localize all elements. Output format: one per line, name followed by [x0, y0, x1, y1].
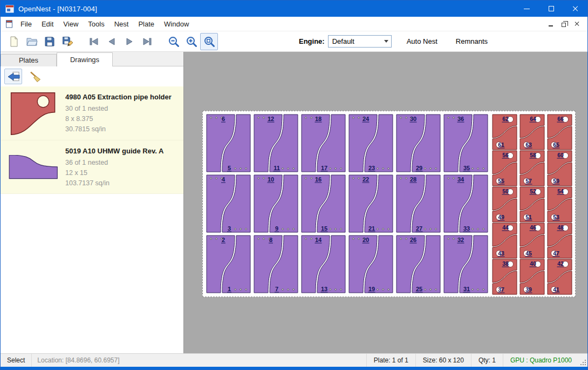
- part-number-label: 16: [315, 176, 322, 183]
- nest-cell: 6261: [493, 115, 517, 150]
- drill-hole: [358, 178, 360, 179]
- status-mode: Select: [1, 354, 32, 367]
- zoom-out-button[interactable]: [165, 33, 182, 50]
- drill-hole: [305, 117, 307, 119]
- drill-hole: [240, 289, 242, 291]
- mdi-minimize-button[interactable]: [544, 17, 557, 31]
- mdi-close-button[interactable]: [570, 17, 583, 31]
- window-bottom-edge: [1, 367, 587, 369]
- part-number-label: 17: [321, 165, 327, 171]
- part-number-label: 32: [457, 237, 464, 243]
- part-number-label: 11: [274, 165, 280, 171]
- drill-hole: [425, 228, 426, 230]
- part-number-label: 60: [557, 152, 564, 158]
- part-number-label: 19: [368, 286, 375, 292]
- nest-cell: 5655: [493, 151, 517, 186]
- status-bar: Select Location: [84.8696, 60.6957] Plat…: [1, 353, 587, 367]
- drill-hole: [382, 168, 384, 170]
- tab-drawings[interactable]: Drawings: [57, 52, 113, 66]
- import-arrow-icon: [6, 71, 20, 83]
- save-icon: [44, 36, 56, 48]
- drill-hole: [335, 168, 337, 170]
- previous-button[interactable]: [102, 33, 120, 50]
- auto-nest-button[interactable]: Auto Nest: [404, 35, 441, 48]
- part-number-label: 42: [557, 260, 564, 267]
- drill-hole: [282, 168, 284, 170]
- maximize-icon: [549, 6, 554, 11]
- drill-hole: [353, 117, 354, 119]
- drill-hole: [453, 117, 455, 119]
- new-button[interactable]: [5, 33, 23, 50]
- open-folder-icon: [26, 36, 38, 48]
- close-icon: [572, 5, 579, 12]
- status-plate: Plate: 1 of 1: [366, 354, 415, 367]
- menu-item-nest[interactable]: Nest: [110, 17, 134, 31]
- mdi-restore-button[interactable]: [557, 17, 570, 31]
- save-as-button[interactable]: [58, 33, 76, 50]
- nest-cell: 4039: [520, 259, 544, 294]
- menu-item-edit[interactable]: Edit: [37, 17, 58, 31]
- drawing-name: 4980 A05 Extraction pipe holder: [65, 93, 172, 101]
- drawing-item[interactable]: 5019 A10 UHMW guide Rev. A 36 of 1 neste…: [1, 140, 183, 194]
- menu-item-file[interactable]: File: [16, 17, 37, 31]
- menu-item-window[interactable]: Window: [159, 17, 194, 31]
- zoom-fit-button[interactable]: [200, 33, 218, 50]
- drill-hole: [330, 228, 331, 230]
- tab-plates[interactable]: Plates: [1, 54, 57, 66]
- drill-hole: [210, 117, 212, 119]
- zoom-in-button[interactable]: [182, 33, 200, 50]
- drill-hole: [435, 289, 437, 291]
- part-number-label: 66: [557, 116, 564, 122]
- save-button[interactable]: [40, 33, 58, 50]
- part-shape-purple: [7, 155, 59, 180]
- drill-hole: [305, 238, 307, 240]
- part-number-label: 9: [275, 225, 278, 232]
- part-number-label: 51: [525, 214, 532, 220]
- drill-hole: [406, 238, 407, 240]
- menu-item-tools[interactable]: Tools: [83, 17, 109, 31]
- drill-hole: [377, 289, 379, 291]
- status-gpu: GPU : Quadro P1000: [503, 354, 579, 367]
- engine-select[interactable]: Default: [328, 35, 392, 48]
- part-number-label: 2: [222, 237, 225, 243]
- part-number-label: 8: [269, 237, 272, 243]
- status-right: Plate: 1 of 1 Size: 60 x 120 Qty: 1 GPU …: [366, 354, 587, 367]
- nest-cell: 2625: [396, 236, 440, 293]
- nest-canvas[interactable]: 6512111817242330293635431091615222128273…: [184, 52, 587, 353]
- menu-item-plate[interactable]: Plate: [133, 17, 159, 31]
- close-button[interactable]: [563, 1, 587, 17]
- drill-hole: [245, 228, 247, 230]
- import-button[interactable]: [4, 69, 22, 84]
- document-icon[interactable]: [5, 20, 13, 28]
- part-number-label: 27: [416, 225, 422, 232]
- first-button[interactable]: [85, 33, 102, 50]
- drill-hole: [453, 238, 455, 240]
- part-shape-red: [9, 92, 57, 135]
- part-number-label: 29: [416, 165, 422, 171]
- menu-item-view[interactable]: View: [58, 17, 83, 31]
- next-button[interactable]: [120, 33, 138, 50]
- drill-hole: [448, 238, 449, 240]
- last-page-icon: [141, 36, 153, 48]
- part-number-label: 59: [553, 178, 559, 184]
- drill-hole: [258, 117, 259, 119]
- drill-hole: [377, 228, 379, 230]
- drill-hole: [400, 238, 402, 240]
- maximize-button[interactable]: [539, 1, 563, 17]
- last-button[interactable]: [138, 33, 156, 50]
- part-number-label: 61: [498, 142, 504, 148]
- clean-button[interactable]: [26, 69, 44, 84]
- remnants-button[interactable]: Remnants: [453, 35, 491, 48]
- part-number-label: 30: [410, 116, 416, 122]
- part-number-label: 6: [222, 116, 225, 122]
- drill-hole: [245, 289, 247, 291]
- part-number-label: 5: [228, 165, 231, 171]
- drawing-item[interactable]: 4980 A05 Extraction pipe holder 30 of 1 …: [1, 86, 183, 140]
- nest-cell: 2827: [396, 175, 440, 232]
- nest-cell: 109: [254, 175, 298, 232]
- resize-grip[interactable]: [579, 354, 587, 367]
- drill-hole: [377, 168, 379, 170]
- engine-label: Engine:: [299, 37, 325, 45]
- minimize-button[interactable]: [515, 1, 539, 17]
- open-button[interactable]: [23, 33, 40, 50]
